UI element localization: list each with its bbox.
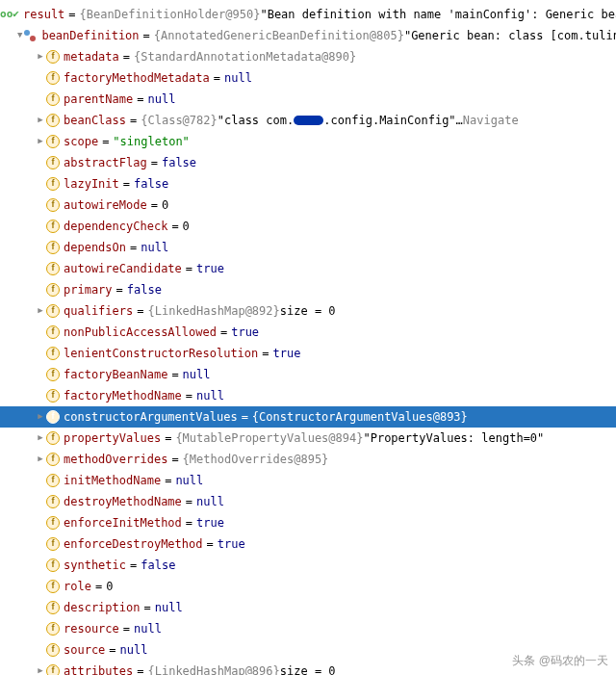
tree-row[interactable]: ▶fscope = "singleton" bbox=[0, 131, 616, 152]
tree-row[interactable]: ▶fpropertyValues = {MutablePropertyValue… bbox=[0, 428, 616, 449]
tree-row[interactable]: frole = 0 bbox=[0, 576, 616, 597]
debug-variables-tree[interactable]: oo✔result = {BeanDefinitionHolder@950} "… bbox=[0, 0, 616, 675]
tree-row[interactable]: ▶fmetadata = {StandardAnnotationMetadata… bbox=[0, 46, 616, 67]
tree-row[interactable]: fparentName = null bbox=[0, 89, 616, 110]
field-icon: f bbox=[46, 453, 60, 466]
field-name: initMethodName bbox=[64, 472, 161, 489]
field-value: = bbox=[262, 345, 269, 362]
expand-arrow-icon[interactable]: ▶ bbox=[35, 135, 46, 148]
field-value: {MethodOverrides@895} bbox=[183, 451, 329, 468]
tree-row[interactable]: ▶fqualifiers = {LinkedHashMap@892} size … bbox=[0, 300, 616, 322]
tree-row[interactable]: fresource = null bbox=[0, 618, 616, 639]
tree-row[interactable]: fdependsOn = null bbox=[0, 237, 616, 258]
field-icon: f bbox=[46, 262, 60, 275]
field-icon: f bbox=[46, 135, 60, 148]
field-value: size = 0 bbox=[280, 662, 336, 675]
field-value: = bbox=[171, 366, 178, 383]
field-value: = bbox=[143, 599, 150, 616]
field-value: null bbox=[183, 366, 211, 383]
field-name: lenientConstructorResolution bbox=[64, 345, 258, 362]
tree-row[interactable]: ffactoryMethodMetadata = null bbox=[0, 67, 616, 89]
field-icon: f bbox=[46, 601, 60, 614]
tree-row[interactable]: fdescription = null bbox=[0, 597, 616, 618]
field-icon: f bbox=[46, 664, 60, 675]
field-value: true bbox=[196, 260, 224, 277]
tree-row[interactable]: fenforceDestroyMethod = true bbox=[0, 533, 616, 555]
field-value: 0 bbox=[162, 196, 168, 214]
field-value: null bbox=[120, 641, 148, 659]
tree-row[interactable]: finitMethodName = null bbox=[0, 470, 616, 491]
expand-arrow-icon[interactable]: ▶ bbox=[35, 453, 46, 466]
field-icon: f bbox=[46, 368, 60, 381]
field-name: source bbox=[64, 641, 105, 659]
field-value: = bbox=[123, 48, 130, 65]
field-icon: f bbox=[46, 283, 60, 297]
field-value: = bbox=[123, 620, 130, 637]
field-value: .config.MainConfig"… bbox=[323, 112, 463, 129]
field-value: {LinkedHashMap@896} bbox=[147, 662, 279, 675]
field-value: "Generic bean: class [com.tuling.conf bbox=[404, 27, 616, 44]
field-value: 0 bbox=[183, 218, 190, 235]
expand-arrow-icon[interactable]: ▶ bbox=[35, 114, 46, 127]
field-icon: f bbox=[46, 71, 60, 85]
field-value: = bbox=[151, 154, 158, 171]
field-value: = bbox=[130, 557, 137, 574]
field-value: "PropertyValues: length=0" bbox=[363, 429, 544, 447]
expand-arrow-icon[interactable]: ▶ bbox=[35, 664, 46, 675]
navigate-link[interactable]: Navigate bbox=[463, 112, 519, 129]
tree-row[interactable]: fabstractFlag = false bbox=[0, 152, 616, 173]
field-value: true bbox=[231, 324, 259, 341]
expand-arrow-icon[interactable]: ▶ bbox=[35, 50, 46, 64]
field-name: destroyMethodName bbox=[64, 493, 182, 510]
field-name: resource bbox=[64, 620, 119, 637]
tree-row[interactable]: flenientConstructorResolution = true bbox=[0, 343, 616, 364]
field-value: {Class@782} bbox=[141, 112, 217, 129]
tree-row[interactable]: ▼beanDefinition = {AnnotatedGenericBeanD… bbox=[0, 25, 616, 46]
tree-row[interactable]: ffactoryMethodName = null bbox=[0, 385, 616, 406]
field-name: factoryBeanName bbox=[64, 366, 167, 383]
field-name: lazyInit bbox=[64, 175, 119, 193]
field-name: dependsOn bbox=[64, 239, 126, 256]
tree-row[interactable]: fautowireCandidate = true bbox=[0, 258, 616, 279]
tree-row[interactable]: fdependencyCheck = 0 bbox=[0, 216, 616, 237]
tree-row[interactable]: fsynthetic = false bbox=[0, 555, 616, 576]
field-value: = bbox=[130, 112, 137, 129]
expand-arrow-icon[interactable]: ▶ bbox=[35, 304, 46, 318]
tree-row[interactable]: ▶fconstructorArgumentValues = {Construct… bbox=[0, 406, 616, 428]
tree-row[interactable]: flazyInit = false bbox=[0, 173, 616, 195]
field-value: = bbox=[171, 218, 178, 235]
tree-row[interactable]: fautowireMode = 0 bbox=[0, 195, 616, 216]
tree-row[interactable]: ffactoryBeanName = null bbox=[0, 364, 616, 385]
field-icon: f bbox=[46, 241, 60, 254]
field-icon: f bbox=[46, 220, 60, 233]
tree-row[interactable]: fnonPublicAccessAllowed = true bbox=[0, 322, 616, 343]
expand-arrow-icon[interactable]: ▶ bbox=[35, 431, 46, 445]
field-name: result bbox=[23, 6, 64, 23]
field-name: factoryMethodName bbox=[64, 387, 182, 404]
tree-row[interactable]: ▶fmethodOverrides = {MethodOverrides@895… bbox=[0, 449, 616, 470]
field-name: beanDefinition bbox=[41, 27, 139, 44]
field-value: = bbox=[186, 260, 192, 277]
field-value: = bbox=[171, 451, 178, 468]
field-icon: f bbox=[46, 410, 60, 424]
field-value: = bbox=[220, 324, 227, 341]
expand-arrow-icon[interactable]: ▶ bbox=[35, 410, 46, 424]
field-value: = bbox=[130, 239, 137, 256]
field-name: parentName bbox=[64, 91, 133, 108]
field-value: false bbox=[127, 281, 162, 299]
field-value: {BeanDefinitionHolder@950} bbox=[80, 6, 261, 23]
field-value: {MutablePropertyValues@894} bbox=[175, 429, 363, 447]
field-name: enforceDestroyMethod bbox=[64, 535, 203, 553]
field-value: true bbox=[273, 345, 301, 362]
tree-row[interactable]: ▶fbeanClass = {Class@782} "class com.xxx… bbox=[0, 110, 616, 131]
tree-row[interactable]: fprimary = false bbox=[0, 279, 616, 300]
tree-row[interactable]: fdestroyMethodName = null bbox=[0, 491, 616, 512]
field-value: "class com. bbox=[218, 112, 294, 129]
tree-row[interactable]: oo✔result = {BeanDefinitionHolder@950} "… bbox=[0, 4, 616, 25]
field-value: false bbox=[141, 557, 175, 574]
field-name: constructorArgumentValues bbox=[64, 408, 238, 426]
field-icon: f bbox=[46, 198, 60, 212]
tree-row[interactable]: fenforceInitMethod = true bbox=[0, 512, 616, 533]
field-name: attributes bbox=[64, 662, 133, 675]
field-value: xxxxx bbox=[294, 116, 323, 125]
